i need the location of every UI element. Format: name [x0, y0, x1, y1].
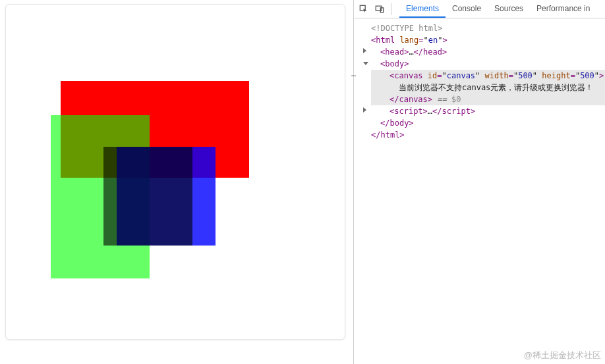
inspect-icon[interactable]	[358, 3, 370, 15]
devtools-tabs: Elements Console Sources Performance in	[399, 0, 596, 18]
device-toggle-icon[interactable]	[374, 3, 386, 15]
dom-head[interactable]: <head>…</head>	[371, 46, 605, 58]
canvas-surface	[11, 10, 341, 339]
dom-canvas-close[interactable]: </canvas> == $0	[371, 93, 605, 105]
dom-html-open[interactable]: <html lang="en">	[371, 34, 605, 46]
canvas-rect-3	[103, 147, 192, 246]
devtools-panel: Elements Console Sources Performance in …	[354, 0, 605, 364]
toolbar-separator	[391, 3, 391, 15]
dom-canvas-fallback[interactable]: 当前浏览器不支持canvas元素，请升级或更换浏览器！	[371, 82, 605, 93]
devtools-toolbar: Elements Console Sources Performance in	[354, 0, 605, 18]
tab-console[interactable]: Console	[446, 0, 488, 18]
elements-tree: <!DOCTYPE html> <html lang="en"> <head>……	[354, 18, 605, 141]
dom-script[interactable]: <script>…</script>	[371, 105, 605, 117]
tab-sources[interactable]: Sources	[488, 0, 530, 18]
tab-performance[interactable]: Performance in	[530, 0, 596, 18]
watermark-text: @稀土掘金技术社区	[524, 350, 601, 361]
dom-canvas-open[interactable]: ⋯<canvas id="canvas" width="500" height=…	[371, 70, 605, 82]
dom-html-close[interactable]: </html>	[371, 129, 605, 141]
dom-doctype[interactable]: <!DOCTYPE html>	[371, 22, 605, 34]
tab-elements[interactable]: Elements	[399, 0, 446, 18]
dom-body-open[interactable]: <body>	[371, 58, 605, 70]
dom-body-close[interactable]: </body>	[371, 117, 605, 129]
page-preview-card	[5, 4, 345, 340]
